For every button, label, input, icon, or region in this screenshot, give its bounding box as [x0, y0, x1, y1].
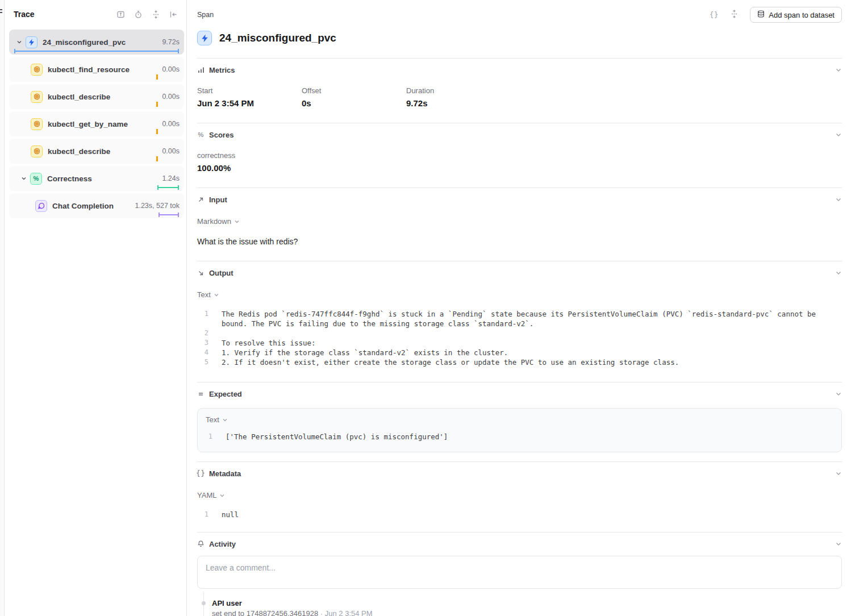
trace-row-llm[interactable]: Chat Completion 1.23s, 527 tok	[9, 193, 184, 218]
expected-value-box: Text 1['The PersistentVolumeClaim (pvc) …	[197, 408, 842, 452]
section-title: Activity	[209, 540, 236, 548]
equals-icon	[197, 391, 205, 397]
metadata-format-select[interactable]: YAML	[197, 491, 225, 500]
metric-label: Offset	[302, 86, 406, 95]
score-type-icon: %	[30, 173, 42, 185]
trace-row-label: kubectl_describe	[48, 147, 110, 156]
panel-drag-handle-icon[interactable]	[0, 9, 2, 15]
trace-row-duration: 1.24s	[162, 174, 184, 182]
collapse-section-icon[interactable]	[835, 390, 842, 397]
collapse-left-icon[interactable]	[169, 10, 178, 19]
score-value: 100.00%	[197, 163, 842, 173]
duration-bar	[156, 74, 158, 80]
metric-value: Jun 2 3:54 PM	[197, 98, 302, 108]
dataset-icon	[757, 10, 765, 20]
trace-row-duration: 0.00s	[162, 120, 184, 128]
comment-input[interactable]	[197, 556, 842, 589]
trace-toolbar	[116, 10, 178, 19]
collapsed-panel-rail[interactable]	[0, 0, 5, 616]
tool-type-icon	[31, 64, 43, 76]
chevron-down-icon	[234, 219, 240, 224]
expand-vertical-icon[interactable]	[152, 10, 160, 19]
trace-title: Trace	[14, 10, 35, 19]
expected-format-select[interactable]: Text	[201, 415, 228, 424]
collapse-section-icon[interactable]	[835, 196, 842, 203]
metric-offset: Offset 0s	[302, 86, 406, 108]
metrics-grid: Start Jun 2 3:54 PM Offset 0s Duration 9…	[197, 86, 842, 123]
arrow-up-right-icon	[197, 197, 205, 203]
input-format-select[interactable]: Markdown	[197, 217, 240, 226]
collapse-section-icon[interactable]	[835, 131, 842, 138]
trace-tree: 24_misconfigured_pvc 9.72s kubectl_find_…	[5, 28, 186, 220]
metric-value: 0s	[302, 98, 406, 108]
tool-type-icon	[31, 91, 43, 103]
app-root: Trace 24_misconfigured_pvc 9.72s kubectl…	[0, 0, 851, 616]
metric-label: Duration	[406, 86, 842, 95]
trace-row-label: kubectl_find_resource	[48, 65, 130, 74]
expected-code-block: 1['The PersistentVolumeClaim (pvc) is mi…	[201, 432, 833, 442]
trace-row-label: Chat Completion	[52, 202, 114, 210]
trace-row-tool[interactable]: kubectl_find_resource 0.00s	[9, 57, 184, 82]
output-format-select[interactable]: Text	[197, 290, 219, 299]
chevron-down-icon	[214, 292, 219, 298]
input-text: What is the issue with redis?	[197, 237, 842, 261]
span-panel-actions: {} Add span to dataset	[710, 7, 842, 23]
collapse-section-icon[interactable]	[835, 470, 842, 477]
expected-section: Expected Text 1['The PersistentVolumeCla…	[197, 382, 842, 452]
view-json-icon[interactable]: {}	[710, 11, 719, 19]
trace-row-tool[interactable]: kubectl_describe 0.00s	[9, 139, 184, 164]
trace-row-duration: 1.23s, 527 tok	[135, 202, 184, 210]
metrics-icon	[197, 66, 205, 73]
score-item: correctness 100.00%	[197, 151, 842, 188]
code-line: 1null	[197, 510, 842, 519]
chevron-down-icon	[222, 417, 228, 423]
trace-row-duration: 0.00s	[162, 65, 184, 73]
timeline-dot	[202, 601, 206, 605]
trace-row-evaluator[interactable]: % Correctness 1.24s	[9, 166, 184, 191]
duration-bar	[14, 51, 179, 52]
arrow-down-right-icon	[197, 270, 205, 276]
trace-row-tool[interactable]: kubectl_get_by_name 0.00s	[9, 111, 184, 136]
chat-bubble-icon	[35, 200, 47, 212]
collapse-section-icon[interactable]	[835, 66, 842, 73]
stopwatch-icon[interactable]	[134, 10, 143, 19]
chevron-down-icon[interactable]	[20, 176, 27, 181]
add-span-to-dataset-label: Add span to dataset	[769, 11, 835, 19]
span-type-icon	[197, 31, 212, 45]
format-label: YAML	[197, 491, 216, 500]
trace-row-root-span[interactable]: 24_misconfigured_pvc 9.72s	[9, 30, 184, 55]
expand-panel-icon[interactable]	[730, 10, 739, 20]
trace-row-label: kubectl_get_by_name	[48, 120, 128, 128]
chevron-down-icon	[219, 493, 225, 498]
panel-view-icon[interactable]	[116, 10, 125, 19]
trace-row-duration: 9.72s	[162, 38, 184, 46]
code-line: 2	[197, 328, 842, 338]
span-title-row: 24_misconfigured_pvc	[197, 31, 842, 45]
section-title: Metrics	[209, 66, 235, 74]
add-span-to-dataset-button[interactable]: Add span to dataset	[750, 7, 842, 23]
braces-icon: {}	[197, 469, 205, 477]
duration-bar	[157, 187, 179, 188]
trace-row-label: Correctness	[47, 174, 92, 183]
scores-section: % Scores correctness 100.00%	[197, 123, 842, 188]
trace-row-tool[interactable]: kubectl_describe 0.00s	[9, 84, 184, 109]
section-title: Scores	[209, 131, 233, 139]
score-name: correctness	[197, 151, 842, 160]
percent-icon: %	[197, 131, 205, 138]
section-title: Metadata	[209, 469, 241, 478]
trace-row-duration: 0.00s	[162, 93, 184, 101]
tool-type-icon	[31, 145, 43, 157]
trace-row-label: kubectl_describe	[48, 93, 110, 101]
metadata-section: {} Metadata YAML 1null	[197, 461, 842, 532]
activity-feed: API user set end to 1748872456.3461928 ·…	[197, 599, 842, 616]
page-title: 24_misconfigured_pvc	[219, 32, 336, 44]
duration-bar	[156, 129, 158, 134]
collapse-section-icon[interactable]	[835, 540, 842, 547]
input-section: Input Markdown What is the issue with re…	[197, 188, 842, 261]
span-panel-header: Span {} Add span to dataset	[197, 0, 842, 23]
collapse-section-icon[interactable]	[835, 269, 842, 276]
section-title: Input	[209, 195, 227, 204]
activity-timestamp: · Jun 2 3:54 PM	[318, 609, 372, 616]
chevron-down-icon[interactable]	[16, 39, 23, 45]
trace-row-duration: 0.00s	[162, 147, 184, 155]
